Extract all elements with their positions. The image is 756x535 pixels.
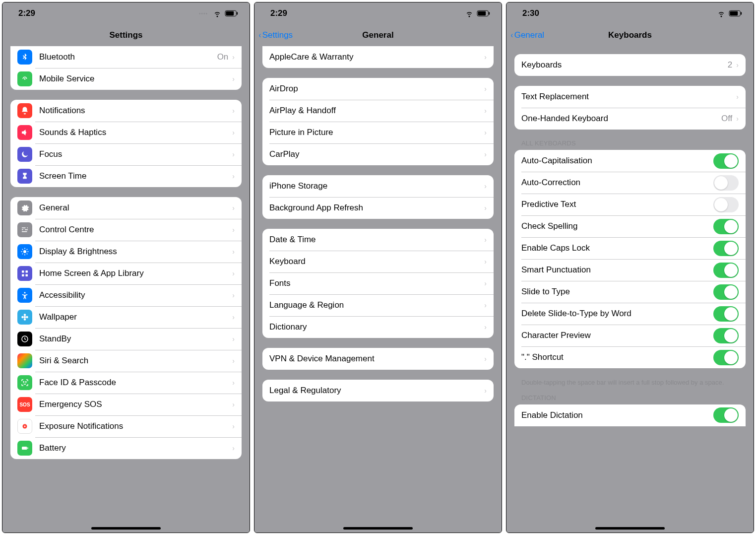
row-autocap[interactable]: Auto-Capitalisation: [514, 150, 746, 172]
row-date[interactable]: Date & Time ›: [262, 229, 494, 251]
row-keyboard[interactable]: Keyboard ›: [262, 251, 494, 272]
back-button[interactable]: ‹ Settings: [258, 30, 293, 40]
row-delslide[interactable]: Delete Slide-to-Type by Word: [514, 303, 746, 325]
toggle-autocorrect[interactable]: [713, 175, 739, 191]
row-mobile-service[interactable]: Mobile Service ›: [10, 68, 242, 90]
row-sos[interactable]: SOS Emergency SOS ›: [10, 394, 242, 415]
row-legal[interactable]: Legal & Regulatory ›: [262, 380, 494, 401]
row-label: Legal & Regulatory: [269, 386, 480, 396]
dots-icon: ••••: [199, 11, 208, 16]
group-applecare: AppleCare & Warranty ›: [262, 46, 494, 68]
row-label: StandBy: [39, 334, 228, 344]
chevron-right-icon: ›: [232, 313, 235, 321]
row-notifications[interactable]: Notifications ›: [10, 100, 242, 122]
toggle-slide[interactable]: [713, 284, 739, 300]
row-label: "." Shortcut: [521, 352, 713, 362]
row-text-replacement[interactable]: Text Replacement ›: [514, 86, 746, 108]
row-fonts[interactable]: Fonts ›: [262, 272, 494, 294]
row-spell[interactable]: Check Spelling: [514, 215, 746, 237]
row-label: Emergency SOS: [39, 400, 228, 409]
row-carplay[interactable]: CarPlay ›: [262, 143, 494, 165]
row-label: Picture in Picture: [269, 128, 480, 137]
general-content[interactable]: AppleCare & Warranty › AirDrop › AirPlay…: [254, 46, 502, 533]
home-indicator[interactable]: [91, 527, 161, 530]
row-label: Mobile Service: [39, 74, 228, 84]
exposure-icon: [17, 419, 32, 434]
chevron-right-icon: ›: [232, 248, 235, 256]
row-pip[interactable]: Picture in Picture ›: [262, 122, 494, 143]
row-bluetooth[interactable]: Bluetooth On ›: [10, 46, 242, 68]
bell-icon: [17, 103, 32, 118]
row-focus[interactable]: Focus ›: [10, 143, 242, 165]
row-accessibility[interactable]: Accessibility ›: [10, 284, 242, 306]
row-general[interactable]: General ›: [10, 197, 242, 219]
row-label: Screen Time: [39, 171, 228, 181]
toggle-autocap[interactable]: [713, 153, 739, 169]
row-predictive[interactable]: Predictive Text: [514, 194, 746, 215]
nav-bar: ‹ Settings General: [254, 24, 502, 46]
row-shortcut[interactable]: "." Shortcut: [514, 346, 746, 368]
row-dictionary[interactable]: Dictionary ›: [262, 316, 494, 338]
row-screen-time[interactable]: Screen Time ›: [10, 165, 242, 187]
row-label: AirPlay & Handoff: [269, 106, 480, 116]
settings-content[interactable]: Bluetooth On › Mobile Service › Notifica…: [2, 46, 250, 533]
row-slide[interactable]: Slide to Type: [514, 281, 746, 303]
wifi-icon: [717, 9, 726, 18]
toggle-dictation[interactable]: [713, 407, 739, 423]
section-dictation: Dictation: [521, 394, 739, 401]
row-caps[interactable]: Enable Caps Lock: [514, 237, 746, 259]
row-airdrop[interactable]: AirDrop ›: [262, 78, 494, 100]
row-preview[interactable]: Character Preview: [514, 325, 746, 346]
toggle-delslide[interactable]: [713, 306, 739, 322]
group-vpn: VPN & Device Management ›: [262, 348, 494, 370]
row-exposure[interactable]: Exposure Notifications ›: [10, 415, 242, 437]
row-sounds[interactable]: Sounds & Haptics ›: [10, 122, 242, 143]
row-smart[interactable]: Smart Punctuation: [514, 259, 746, 281]
status-right: ••••: [199, 9, 239, 18]
toggle-smart[interactable]: [713, 263, 739, 278]
row-language[interactable]: Language & Region ›: [262, 294, 494, 316]
back-label: General: [514, 30, 544, 40]
flower-icon: [17, 310, 32, 325]
row-applecare[interactable]: AppleCare & Warranty ›: [262, 46, 494, 68]
keyboards-content[interactable]: Keyboards 2 › Text Replacement › One-Han…: [506, 46, 754, 533]
group-airdrop: AirDrop › AirPlay & Handoff › Picture in…: [262, 78, 494, 165]
row-one-handed[interactable]: One-Handed Keyboard Off ›: [514, 108, 746, 130]
row-airplay[interactable]: AirPlay & Handoff ›: [262, 100, 494, 122]
row-label: AirDrop: [269, 84, 480, 94]
row-home-screen[interactable]: Home Screen & App Library ›: [10, 263, 242, 284]
battery-icon: [477, 10, 491, 17]
toggle-caps[interactable]: [713, 241, 739, 256]
chevron-right-icon: ›: [484, 129, 487, 136]
row-standby[interactable]: StandBy ›: [10, 328, 242, 350]
row-keyboards[interactable]: Keyboards 2 ›: [514, 54, 746, 76]
back-button[interactable]: ‹ General: [510, 30, 544, 40]
row-label: Exposure Notifications: [39, 421, 228, 431]
row-dictation[interactable]: Enable Dictation: [514, 404, 746, 426]
row-vpn[interactable]: VPN & Device Management ›: [262, 348, 494, 370]
home-indicator[interactable]: [595, 527, 665, 530]
row-battery[interactable]: Battery ›: [10, 437, 242, 459]
sos-icon: SOS: [17, 397, 32, 412]
toggle-spell[interactable]: [713, 219, 739, 234]
row-refresh[interactable]: Background App Refresh ›: [262, 197, 494, 219]
row-display[interactable]: Display & Brightness ›: [10, 241, 242, 263]
status-bar: 2:30: [506, 2, 754, 24]
row-control-centre[interactable]: Control Centre ›: [10, 219, 242, 241]
status-bar: 2:29: [254, 2, 502, 24]
row-label: Date & Time: [269, 235, 480, 245]
row-siri[interactable]: Siri & Search ›: [10, 350, 242, 372]
row-label: One-Handed Keyboard: [521, 114, 721, 124]
chevron-right-icon: ›: [484, 85, 487, 93]
toggle-predictive[interactable]: [713, 197, 739, 212]
toggle-shortcut[interactable]: [713, 350, 739, 365]
svg-rect-22: [741, 12, 742, 15]
home-indicator[interactable]: [343, 527, 413, 530]
row-storage[interactable]: iPhone Storage ›: [262, 175, 494, 197]
row-wallpaper[interactable]: Wallpaper ›: [10, 306, 242, 328]
chevron-right-icon: ›: [484, 279, 487, 287]
row-faceid[interactable]: Face ID & Passcode ›: [10, 372, 242, 394]
chevron-right-icon: ›: [232, 379, 235, 387]
toggle-preview[interactable]: [713, 328, 739, 343]
row-autocorrect[interactable]: Auto-Correction: [514, 172, 746, 194]
